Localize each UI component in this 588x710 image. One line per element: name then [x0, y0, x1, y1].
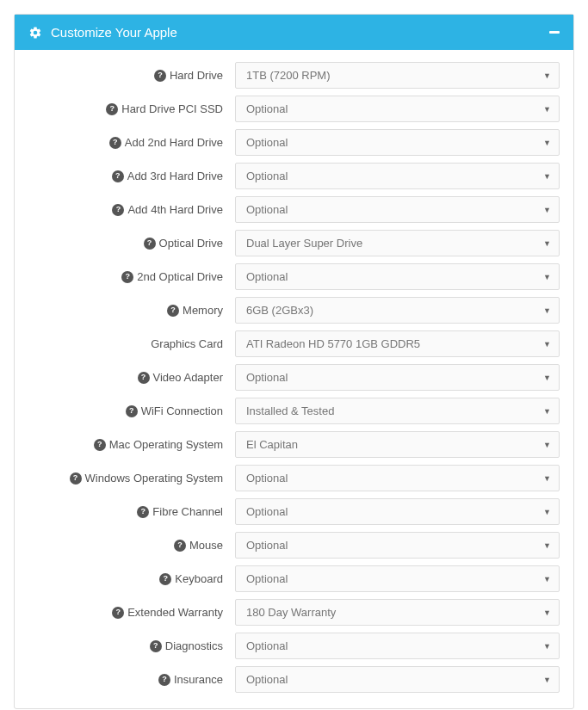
help-icon[interactable]: ?: [158, 674, 170, 686]
select-wrap-diagnostics: Optional▼: [235, 633, 560, 659]
help-icon[interactable]: ?: [144, 238, 156, 250]
select-wrap-mouse: Optional▼: [235, 532, 560, 559]
select-wrap-wifi-connection: Installed & Tested▼: [235, 398, 560, 424]
select-video-adapter[interactable]: Optional: [235, 364, 560, 391]
select-windows-os[interactable]: Optional: [235, 465, 560, 491]
form-row-mouse: ?MouseOptional▼: [28, 532, 560, 559]
help-icon[interactable]: ?: [150, 640, 162, 652]
label-text: Video Adapter: [153, 371, 223, 384]
label-text: Add 3rd Hard Drive: [127, 170, 223, 182]
form-row-add-3rd-hard-drive: ?Add 3rd Hard DriveOptional▼: [28, 163, 560, 189]
form-row-mac-os: ?Mac Operating SystemEl Capitan▼: [28, 431, 560, 458]
select-wifi-connection[interactable]: Installed & Tested: [235, 398, 560, 424]
help-icon[interactable]: ?: [167, 305, 179, 317]
panel-body: ?Hard Drive1TB (7200 RPM)▼?Hard Drive PC…: [15, 50, 573, 708]
form-row-add-4th-hard-drive: ?Add 4th Hard DriveOptional▼: [28, 196, 560, 223]
label-insurance: ?Insurance: [28, 673, 235, 686]
select-add-2nd-hard-drive[interactable]: Optional: [235, 129, 560, 156]
label-optical-drive: ?Optical Drive: [28, 237, 235, 250]
form-row-keyboard: ?KeyboardOptional▼: [28, 565, 560, 592]
select-wrap-fibre-channel: Optional▼: [235, 498, 560, 525]
select-extended-warranty[interactable]: 180 Day Warranty: [235, 599, 560, 626]
label-memory: ?Memory: [28, 304, 235, 317]
label-diagnostics: ?Diagnostics: [28, 639, 235, 652]
form-row-extended-warranty: ?Extended Warranty180 Day Warranty▼: [28, 599, 560, 626]
label-2nd-optical-drive: ?2nd Optical Drive: [28, 270, 235, 283]
select-fibre-channel[interactable]: Optional: [235, 498, 560, 525]
select-add-4th-hard-drive[interactable]: Optional: [235, 196, 560, 223]
form-row-2nd-optical-drive: ?2nd Optical DriveOptional▼: [28, 263, 560, 290]
select-wrap-keyboard: Optional▼: [235, 565, 560, 592]
help-icon[interactable]: ?: [112, 204, 124, 216]
select-wrap-add-2nd-hard-drive: Optional▼: [235, 129, 560, 156]
label-extended-warranty: ?Extended Warranty: [28, 606, 235, 619]
help-icon[interactable]: ?: [112, 170, 124, 182]
label-video-adapter: ?Video Adapter: [28, 371, 235, 384]
form-row-hard-drive-pci-ssd: ?Hard Drive PCI SSDOptional▼: [28, 96, 560, 122]
help-icon[interactable]: ?: [94, 439, 106, 451]
form-row-insurance: ?InsuranceOptional▼: [28, 666, 560, 693]
label-text: Optical Drive: [159, 237, 223, 250]
help-icon[interactable]: ?: [70, 472, 82, 485]
form-row-windows-os: ?Windows Operating SystemOptional▼: [28, 465, 560, 491]
label-text: Hard Drive: [170, 69, 223, 82]
select-mac-os[interactable]: El Capitan: [235, 431, 560, 458]
help-icon[interactable]: ?: [109, 137, 121, 149]
select-insurance[interactable]: Optional: [235, 666, 560, 693]
select-mouse[interactable]: Optional: [235, 532, 560, 559]
label-keyboard: ?Keyboard: [28, 572, 235, 585]
form-row-hard-drive: ?Hard Drive1TB (7200 RPM)▼: [28, 62, 560, 89]
form-row-fibre-channel: ?Fibre ChannelOptional▼: [28, 498, 560, 525]
select-graphics-card[interactable]: ATI Radeon HD 5770 1GB GDDR5: [235, 330, 560, 357]
form-row-diagnostics: ?DiagnosticsOptional▼: [28, 633, 560, 659]
label-wifi-connection: ?WiFi Connection: [28, 404, 235, 417]
select-hard-drive-pci-ssd[interactable]: Optional: [235, 96, 560, 122]
collapse-icon[interactable]: [549, 31, 560, 34]
label-text: Mouse: [189, 539, 223, 552]
label-add-3rd-hard-drive: ?Add 3rd Hard Drive: [28, 170, 235, 182]
select-2nd-optical-drive[interactable]: Optional: [235, 263, 560, 290]
label-text: 2nd Optical Drive: [137, 270, 223, 283]
label-text: Fibre Channel: [152, 505, 223, 518]
select-optical-drive[interactable]: Dual Layer Super Drive: [235, 230, 560, 256]
label-add-2nd-hard-drive: ?Add 2nd Hard Drive: [28, 136, 235, 149]
label-hard-drive-pci-ssd: ?Hard Drive PCI SSD: [28, 102, 235, 115]
label-text: Diagnostics: [165, 639, 223, 652]
select-wrap-2nd-optical-drive: Optional▼: [235, 263, 560, 290]
label-text: Keyboard: [175, 572, 223, 585]
label-fibre-channel: ?Fibre Channel: [28, 505, 235, 518]
help-icon[interactable]: ?: [106, 103, 118, 115]
label-text: Mac Operating System: [109, 438, 223, 451]
label-text: Graphics Card: [151, 337, 223, 350]
label-hard-drive: ?Hard Drive: [28, 69, 235, 82]
select-keyboard[interactable]: Optional: [235, 565, 560, 592]
label-text: Insurance: [174, 673, 223, 686]
label-text: Memory: [183, 304, 223, 317]
help-icon[interactable]: ?: [137, 506, 149, 518]
label-text: Hard Drive PCI SSD: [121, 102, 223, 115]
help-icon[interactable]: ?: [112, 607, 124, 619]
select-add-3rd-hard-drive[interactable]: Optional: [235, 163, 560, 189]
select-diagnostics[interactable]: Optional: [235, 633, 560, 659]
help-icon[interactable]: ?: [126, 405, 138, 417]
form-row-video-adapter: ?Video AdapterOptional▼: [28, 364, 560, 391]
select-wrap-memory: 6GB (2GBx3)▼: [235, 297, 560, 324]
select-wrap-mac-os: El Capitan▼: [235, 431, 560, 458]
label-text: Add 4th Hard Drive: [127, 203, 223, 216]
help-icon[interactable]: ?: [174, 540, 186, 552]
help-icon[interactable]: ?: [154, 70, 166, 82]
label-text: Add 2nd Hard Drive: [125, 136, 223, 149]
select-memory[interactable]: 6GB (2GBx3): [235, 297, 560, 324]
select-wrap-hard-drive-pci-ssd: Optional▼: [235, 96, 560, 122]
select-hard-drive[interactable]: 1TB (7200 RPM): [235, 62, 560, 89]
help-icon[interactable]: ?: [138, 372, 150, 384]
label-text: Extended Warranty: [127, 606, 223, 619]
help-icon[interactable]: ?: [159, 573, 171, 585]
label-text: WiFi Connection: [141, 404, 223, 417]
label-text: Windows Operating System: [85, 472, 223, 485]
help-icon[interactable]: ?: [121, 271, 133, 283]
form-row-wifi-connection: ?WiFi ConnectionInstalled & Tested▼: [28, 398, 560, 424]
panel-header: Customize Your Apple: [15, 15, 573, 50]
form-row-graphics-card: Graphics CardATI Radeon HD 5770 1GB GDDR…: [28, 330, 560, 357]
form-row-add-2nd-hard-drive: ?Add 2nd Hard DriveOptional▼: [28, 129, 560, 156]
